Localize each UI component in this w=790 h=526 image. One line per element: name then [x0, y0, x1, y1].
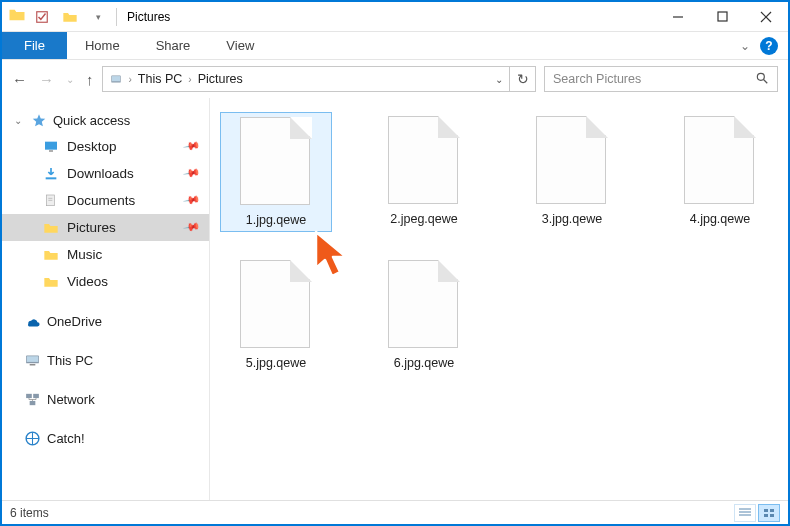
help-icon[interactable]: ? [760, 37, 778, 55]
svg-point-7 [757, 73, 764, 80]
sidebar-item-label: Pictures [67, 220, 116, 235]
this-pc-icon [24, 352, 41, 369]
tab-view[interactable]: View [208, 32, 272, 59]
sidebar-item-label: Music [67, 247, 102, 262]
sidebar-item-pictures[interactable]: Pictures 📌 [2, 214, 209, 241]
svg-rect-6 [111, 76, 119, 81]
onedrive-icon [24, 313, 41, 330]
sidebar-item-music[interactable]: Music [2, 241, 209, 268]
network-icon [24, 391, 41, 408]
sidebar-this-pc-label: This PC [47, 353, 93, 368]
window-controls [656, 2, 788, 32]
svg-rect-10 [49, 150, 53, 151]
details-view-button[interactable] [734, 504, 756, 522]
crumb-sep-icon[interactable]: › [127, 74, 134, 85]
forward-button[interactable]: → [39, 71, 54, 88]
file-thumb-icon [388, 116, 460, 206]
svg-rect-11 [45, 177, 56, 179]
file-name: 2.jpeg.qewe [390, 212, 457, 226]
file-thumb-icon [684, 116, 756, 206]
titlebar-divider [116, 8, 117, 26]
file-thumb-icon [240, 117, 312, 207]
tab-share[interactable]: Share [138, 32, 209, 59]
music-icon [42, 246, 59, 263]
sidebar-item-label: Downloads [67, 166, 134, 181]
sidebar-catch[interactable]: Catch! [2, 426, 209, 451]
icons-view-button[interactable] [758, 504, 780, 522]
file-item[interactable]: 4.jpg.qewe [664, 112, 776, 232]
sidebar-item-downloads[interactable]: Downloads 📌 [2, 160, 209, 187]
file-name: 1.jpg.qewe [246, 213, 306, 227]
sidebar-network[interactable]: Network [2, 387, 209, 412]
sidebar-item-label: Desktop [67, 139, 117, 154]
view-buttons [734, 504, 780, 522]
search-placeholder: Search Pictures [553, 72, 641, 86]
sidebar-onedrive-label: OneDrive [47, 314, 102, 329]
minimize-button[interactable] [656, 2, 700, 32]
app-folder-icon [8, 6, 26, 28]
sidebar-onedrive[interactable]: OneDrive [2, 309, 209, 334]
crumb-pictures[interactable]: Pictures [194, 72, 247, 86]
titlebar: ▾ Pictures [2, 2, 788, 32]
qat-properties-icon[interactable] [30, 6, 54, 28]
sidebar-item-desktop[interactable]: Desktop 📌 [2, 133, 209, 160]
recent-dropdown-icon[interactable]: ⌄ [66, 74, 74, 85]
sidebar-this-pc[interactable]: This PC [2, 348, 209, 373]
crumb-this-pc[interactable]: This PC [134, 72, 186, 86]
file-tab[interactable]: File [2, 32, 67, 59]
file-item[interactable]: 1.jpg.qewe [220, 112, 332, 232]
up-button[interactable]: ↑ [86, 71, 94, 88]
svg-rect-19 [33, 394, 39, 398]
ribbon-expand-icon[interactable]: ⌄ [740, 39, 750, 53]
ribbon: File Home Share View ⌄ ? [2, 32, 788, 60]
sidebar-quick-access-label: Quick access [53, 113, 130, 128]
file-name: 4.jpg.qewe [690, 212, 750, 226]
sidebar-item-label: Documents [67, 193, 135, 208]
navbar: ← → ⌄ ↑ › This PC › Pictures ⌄ ↻ Search … [2, 60, 788, 98]
address-dropdown-icon[interactable]: ⌄ [489, 74, 509, 85]
crumb-sep-icon[interactable]: › [186, 74, 193, 85]
sidebar-network-label: Network [47, 392, 95, 407]
crumb-root-icon[interactable] [103, 72, 127, 86]
sidebar-item-videos[interactable]: Videos [2, 268, 209, 295]
pin-icon: 📌 [183, 218, 202, 237]
desktop-icon [42, 138, 59, 155]
file-name: 6.jpg.qewe [394, 356, 454, 370]
maximize-button[interactable] [700, 2, 744, 32]
svg-rect-27 [764, 514, 768, 517]
tab-home[interactable]: Home [67, 32, 138, 59]
search-input[interactable]: Search Pictures [544, 66, 778, 92]
file-thumb-icon [388, 260, 460, 350]
close-button[interactable] [744, 2, 788, 32]
sidebar-quick-access[interactable]: ⌄ Quick access [2, 108, 209, 133]
file-item[interactable]: 5.jpg.qewe [220, 256, 332, 374]
qat-newfolder-icon[interactable] [58, 6, 82, 28]
back-button[interactable]: ← [12, 71, 27, 88]
main: ⌄ Quick access Desktop 📌 Downloads 📌 Doc… [2, 98, 788, 500]
sidebar-item-documents[interactable]: Documents 📌 [2, 187, 209, 214]
svg-rect-26 [770, 509, 774, 512]
file-item[interactable]: 2.jpeg.qewe [368, 112, 480, 232]
file-item[interactable]: 6.jpg.qewe [368, 256, 480, 374]
qat-customize-icon[interactable]: ▾ [86, 6, 110, 28]
pin-icon: 📌 [183, 137, 202, 156]
svg-line-8 [764, 79, 768, 83]
refresh-button[interactable]: ↻ [510, 66, 536, 92]
svg-rect-20 [30, 401, 36, 405]
addressbar[interactable]: › This PC › Pictures ⌄ [102, 66, 511, 92]
file-name: 5.jpg.qewe [246, 356, 306, 370]
documents-icon [42, 192, 59, 209]
caret-icon: ⌄ [12, 115, 24, 126]
svg-rect-2 [718, 12, 727, 21]
svg-rect-28 [770, 514, 774, 517]
file-item[interactable]: 3.jpg.qewe [516, 112, 628, 232]
statusbar: 6 items [2, 500, 788, 524]
svg-rect-16 [27, 356, 38, 362]
pin-icon: 📌 [183, 191, 202, 210]
content-pane[interactable]: 1.jpg.qewe 2.jpeg.qewe 3.jpg.qewe 4.jpg.… [210, 98, 788, 500]
sidebar: ⌄ Quick access Desktop 📌 Downloads 📌 Doc… [2, 98, 210, 500]
sidebar-catch-label: Catch! [47, 431, 85, 446]
quick-access-toolbar: ▾ [2, 6, 110, 28]
search-icon[interactable] [755, 71, 769, 88]
window-title: Pictures [127, 10, 170, 24]
